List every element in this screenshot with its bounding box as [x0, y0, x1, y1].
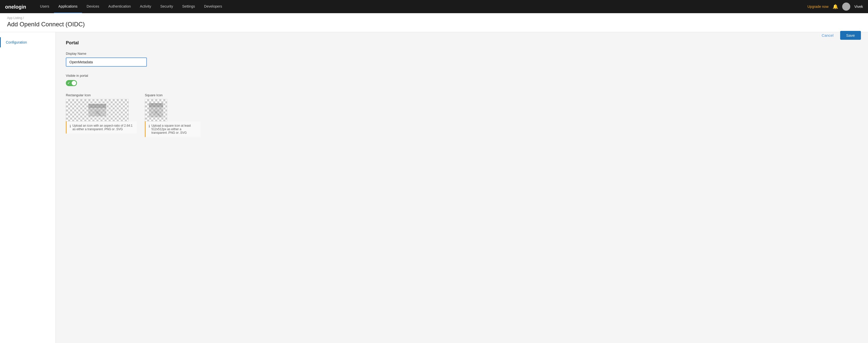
svg-rect-2: [88, 104, 106, 108]
rectangular-icon-label: Rectangular Icon: [66, 93, 137, 97]
logo[interactable]: onelogin: [5, 3, 28, 10]
navbar-right: Upgrade now 🔔 Vivek: [807, 3, 863, 11]
nav-item-users[interactable]: Users: [35, 0, 54, 13]
display-name-group: Display Name: [66, 52, 858, 67]
info-icon: ℹ: [70, 124, 71, 128]
sidebar-item-configuration[interactable]: Configuration: [0, 37, 56, 47]
page-header: App Listing / Add OpenId Connect (OIDC) …: [0, 13, 868, 32]
toggle-check-icon: ✓: [67, 81, 70, 85]
rectangular-icon-upload[interactable]: [66, 99, 129, 121]
breadcrumb-parent[interactable]: App Listing: [7, 16, 22, 20]
display-name-input[interactable]: [66, 58, 147, 67]
icon-upload-row: Rectangular Icon: [66, 93, 858, 137]
rectangular-icon-hint: ℹ Upload an icon with an aspect-ratio of…: [66, 121, 137, 134]
user-name[interactable]: Vivek: [854, 5, 863, 9]
nav-menu: Users Applications Devices Authenticatio…: [35, 0, 807, 13]
square-info-icon: ℹ: [149, 124, 150, 128]
main-layout: Configuration Portal Display Name Visibl…: [0, 32, 868, 343]
rectangular-icon-placeholder: [66, 99, 128, 121]
display-name-label: Display Name: [66, 52, 858, 55]
sidebar: Configuration: [0, 32, 56, 343]
page-title: Add OpenId Connect (OIDC): [7, 21, 861, 28]
nav-item-security[interactable]: Security: [156, 0, 178, 13]
square-icon-label: Square Icon: [145, 93, 200, 97]
rectangular-hint-text: Upload an icon with an aspect-ratio of 2…: [72, 124, 134, 131]
rectangular-icon-group: Rectangular Icon: [66, 93, 137, 137]
square-icon-group: Square Icon ℹ Upload a square: [145, 93, 200, 137]
breadcrumb-separator: /: [23, 16, 24, 20]
toggle-wrapper: ✓: [66, 80, 858, 86]
upgrade-now-link[interactable]: Upgrade now: [807, 5, 829, 9]
cancel-button[interactable]: Cancel: [817, 31, 838, 39]
nav-item-applications[interactable]: Applications: [54, 0, 82, 13]
nav-item-authentication[interactable]: Authentication: [104, 0, 135, 13]
save-button[interactable]: Save: [840, 31, 861, 40]
main-content: Portal Display Name Visible in portal ✓: [56, 32, 868, 343]
section-title: Portal: [66, 40, 858, 46]
avatar[interactable]: [842, 3, 850, 11]
square-icon-hint: ℹ Upload a square icon at least 512x512p…: [145, 121, 200, 137]
nav-item-developers[interactable]: Developers: [199, 0, 227, 13]
square-icon-placeholder: [145, 99, 167, 121]
toggle-slider: ✓: [66, 80, 77, 86]
nav-item-settings[interactable]: Settings: [178, 0, 200, 13]
sidebar-item-label: Configuration: [6, 40, 27, 44]
page-actions: Cancel Save: [817, 31, 861, 40]
svg-text:onelogin: onelogin: [5, 4, 26, 10]
navbar: onelogin Users Applications Devices Auth…: [0, 0, 868, 13]
nav-item-devices[interactable]: Devices: [82, 0, 104, 13]
notification-icon[interactable]: 🔔: [833, 4, 838, 9]
portal-toggle[interactable]: ✓: [66, 80, 77, 86]
visible-in-portal-group: Visible in portal ✓: [66, 74, 858, 86]
square-icon-upload[interactable]: [145, 99, 167, 121]
breadcrumb[interactable]: App Listing /: [7, 16, 861, 20]
svg-rect-9: [155, 111, 157, 113]
square-hint-text: Upload a square icon at least 512x512px …: [151, 124, 197, 135]
visible-in-portal-label: Visible in portal: [66, 74, 858, 78]
svg-rect-7: [149, 103, 163, 107]
nav-item-activity[interactable]: Activity: [135, 0, 156, 13]
